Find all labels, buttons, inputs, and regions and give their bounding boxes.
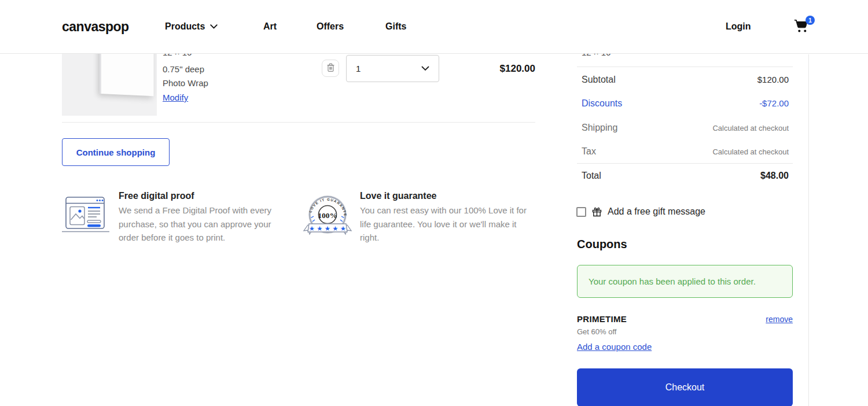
nav-item-gifts[interactable]: Gifts bbox=[385, 21, 406, 32]
row-value: Calculated at checkout bbox=[712, 147, 789, 156]
coupon-code-row: PRIMETIME remove bbox=[577, 314, 793, 324]
item-price: $120.00 bbox=[448, 63, 535, 75]
coupon-applied-message: Your coupon has been applied to this ord… bbox=[577, 265, 793, 298]
total-value: $48.00 bbox=[760, 171, 789, 181]
item-wrap-type: Photo Wrap bbox=[163, 78, 208, 88]
summary-row-shipping: Shipping Calculated at checkout bbox=[582, 123, 789, 133]
feature-title: Love it guarantee bbox=[360, 191, 436, 201]
remove-item-button[interactable] bbox=[322, 60, 339, 77]
header: canvaspop Products Art Offers Gifts Logi… bbox=[0, 0, 868, 54]
checkout-button[interactable]: Checkout bbox=[577, 368, 793, 406]
cart-count-badge: 1 bbox=[806, 16, 815, 25]
content-right-border bbox=[808, 54, 809, 406]
coupon-code: PRIMETIME bbox=[577, 314, 627, 324]
feature-body: We send a Free Digital Proof with every … bbox=[119, 204, 293, 245]
summary-row-discounts: Discounts -$72.00 bbox=[582, 98, 789, 109]
discounts-link[interactable]: Discounts bbox=[582, 98, 622, 109]
cart-icon bbox=[794, 25, 809, 35]
row-value: -$72.00 bbox=[759, 98, 789, 108]
chevron-down-icon bbox=[421, 66, 429, 71]
nav-label: Gifts bbox=[385, 21, 406, 32]
gift-message-checkbox[interactable] bbox=[576, 207, 586, 217]
nav-label: Art bbox=[263, 21, 277, 32]
nav-item-art[interactable]: Art bbox=[263, 21, 277, 32]
gift-message-label: Add a free gift message bbox=[608, 206, 705, 217]
feature-body: You can rest easy with our 100% Love it … bbox=[360, 204, 528, 245]
brand-logo[interactable]: canvaspop bbox=[62, 19, 129, 35]
badge-value: 100% bbox=[318, 211, 337, 220]
feature-title: Free digital proof bbox=[119, 191, 194, 201]
gift-icon bbox=[592, 207, 602, 217]
divider bbox=[62, 122, 535, 123]
nav-label: Products bbox=[165, 21, 205, 32]
row-label: Tax bbox=[582, 146, 596, 157]
divider bbox=[577, 67, 793, 67]
digital-proof-icon bbox=[62, 195, 109, 236]
login-link[interactable]: Login bbox=[726, 21, 751, 32]
nav-label: Offers bbox=[317, 21, 344, 32]
row-label: Shipping bbox=[582, 123, 617, 133]
trash-icon bbox=[326, 63, 335, 74]
summary-row-total: Total $48.00 bbox=[582, 171, 789, 181]
divider bbox=[577, 163, 793, 164]
item-depth: 0.75" deep bbox=[163, 64, 204, 74]
gift-message-row: Add a free gift message bbox=[576, 206, 705, 217]
continue-shopping-button[interactable]: Continue shopping bbox=[62, 138, 170, 166]
add-coupon-link[interactable]: Add a coupon code bbox=[577, 342, 652, 352]
total-label: Total bbox=[582, 171, 601, 181]
row-value: $120.00 bbox=[757, 75, 789, 84]
row-value: Calculated at checkout bbox=[712, 124, 789, 132]
nav-item-offers[interactable]: Offers bbox=[317, 21, 344, 32]
guarantee-badge-icon: 100% LOVE IT GUARANTEE ★ ★ ★ ★ ★ bbox=[302, 195, 353, 239]
summary-row-subtotal: Subtotal $120.00 bbox=[582, 75, 789, 85]
nav-item-products[interactable]: Products bbox=[165, 21, 218, 32]
quantity-dropdown[interactable]: 1 bbox=[346, 55, 439, 82]
coupons-heading: Coupons bbox=[577, 238, 627, 251]
remove-coupon-link[interactable]: remove bbox=[766, 315, 793, 324]
quantity-value: 1 bbox=[356, 64, 361, 73]
badge-stars: ★ ★ ★ ★ ★ bbox=[309, 225, 346, 232]
login-label: Login bbox=[726, 21, 751, 32]
chevron-down-icon bbox=[210, 24, 218, 29]
summary-row-tax: Tax Calculated at checkout bbox=[582, 146, 789, 157]
coupon-description: Get 60% off bbox=[577, 327, 616, 336]
cart-button[interactable]: 1 bbox=[794, 19, 811, 36]
modify-link[interactable]: Modify bbox=[163, 93, 188, 102]
row-label: Subtotal bbox=[582, 75, 616, 85]
coupon-applied-text: Your coupon has been applied to this ord… bbox=[589, 276, 756, 286]
